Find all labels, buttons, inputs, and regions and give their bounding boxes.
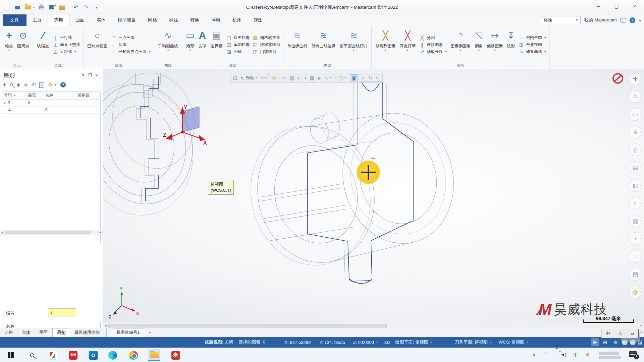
fit-view-icon[interactable]: ◎ — [629, 143, 642, 156]
select-vector-icon[interactable]: ◑ — [304, 75, 307, 80]
viewport-h-scrollbar[interactable]: ◄ ► — [103, 323, 644, 328]
wireframe-display-icon[interactable]: ◌ — [629, 250, 642, 263]
ribbon-button-偏移图素[interactable]: ↦偏移图素▼ — [485, 27, 505, 62]
ribbon-item-修复曲线[interactable]: ∿修复曲线▼ — [518, 49, 546, 55]
panel-tab-实体[interactable]: 实体 — [17, 328, 35, 337]
ribbon-item-边界轮廓[interactable]: ▢边界轮廓 — [226, 35, 250, 41]
select-range-icon[interactable]: ▢▼ — [338, 75, 347, 80]
tab-视图[interactable]: 视图 — [248, 15, 269, 26]
select-last-icon[interactable]: ↖▼ — [324, 75, 332, 80]
material-display-icon[interactable]: ◍ — [629, 286, 642, 298]
ribbon-button-修剪到图素[interactable]: ╳修剪到图素▼ — [373, 27, 397, 62]
pin-icon[interactable] — [87, 73, 93, 77]
select-arrow-icon[interactable]: ↖ — [282, 75, 287, 80]
ribbon-item-栅格转矢量[interactable]: ▦栅格转矢量 — [252, 35, 280, 41]
gview-top-icon[interactable]: ⊕ — [591, 338, 599, 346]
scroll-left-icon[interactable]: ◄ — [103, 324, 108, 327]
layers-stack-gray-icon[interactable]: ◈ — [24, 82, 28, 87]
number-input[interactable]: 3 — [48, 308, 76, 316]
ribbon-item-连接图素[interactable]: ∦连接图素 — [419, 42, 447, 48]
ribbon-button-圆周点[interactable]: ⊙圆周点 — [15, 27, 31, 62]
tab-网格[interactable]: 网格 — [142, 15, 163, 26]
panel-tab-最近使用功能[interactable]: 最近使用功能 — [70, 328, 104, 337]
scrollbar-thumb[interactable] — [108, 324, 387, 327]
ribbon-item-分割[interactable]: ╳分割 — [419, 35, 447, 41]
youdao-app-icon[interactable]: 有道 — [67, 349, 79, 361]
column-header-高亮[interactable]: 高亮 — [26, 92, 44, 99]
mastercam-app-icon[interactable]: 米 — [170, 349, 182, 361]
ribbon-item-凹槽[interactable]: ◪凹槽 — [226, 49, 250, 55]
ribbon-item-垂直正交线[interactable]: ⊥垂直正交线 — [52, 42, 80, 48]
scrollbar-thumb[interactable] — [5, 231, 91, 234]
redo-icon[interactable]: ↷ — [83, 3, 90, 11]
ribbon-item-封闭全圆[interactable]: ◌封闭全圆▼ — [518, 35, 546, 41]
explorer-app-icon[interactable] — [148, 349, 160, 361]
project-manager-icon[interactable] — [58, 3, 66, 11]
ribbon-item-门状图形[interactable]: ◫门状图形 — [252, 49, 280, 55]
ribbon-item-已知边界点画圆[interactable]: ◌已知边界点画圆▼ — [111, 49, 151, 55]
tab-文件[interactable]: 文件 — [3, 14, 26, 26]
add-layer-icon[interactable]: + — [3, 82, 6, 88]
tab-机床[interactable]: 机床 — [226, 15, 248, 26]
capture-app-icon[interactable] — [46, 349, 58, 361]
tab-模型准备[interactable]: 模型准备 — [112, 15, 142, 26]
panel-h-scrollbar[interactable]: ◄ ► — [0, 230, 103, 235]
ribbon-button-图素倒圆角[interactable]: ◝图素倒圆角▼ — [448, 27, 473, 62]
shading-icon[interactable]: ◑ — [629, 232, 642, 245]
lock-icon[interactable]: ⊡ — [233, 75, 237, 80]
tab-主页[interactable]: 主页 — [26, 15, 48, 26]
save-icon[interactable] — [14, 3, 21, 11]
top-view-icon[interactable]: ▤ — [629, 161, 642, 174]
tab-曲面[interactable]: 曲面 — [69, 15, 91, 26]
save-as-icon[interactable] — [48, 3, 55, 11]
tab-浮雕[interactable]: 浮雕 — [205, 15, 226, 26]
origin-snap-icon[interactable]: ◎ — [272, 75, 276, 80]
search-button[interactable] — [26, 349, 38, 361]
view-sheet-tab[interactable]: 视图单编号1 — [111, 328, 145, 337]
table-row[interactable]: ✓3X — [2, 100, 100, 107]
ribbon-button-按平面曲线切片[interactable]: ≋按平面曲线切片▼ — [337, 27, 370, 62]
grid-icon[interactable]: ▦ — [629, 215, 642, 227]
ime-expand-icon[interactable]: ▷ — [640, 330, 643, 334]
ribbon-button-手动画曲线[interactable]: ∿手动画曲线▼ — [156, 27, 180, 62]
ribbon-button-两点打断[interactable]: ╳两点打断▼ — [397, 27, 418, 62]
help-icon[interactable]: ? — [60, 82, 66, 87]
edge-app-icon[interactable] — [107, 349, 119, 361]
cursor-select-icon[interactable]: ↖光标▼ — [240, 75, 258, 80]
select-window-icon[interactable]: ▦ — [290, 75, 294, 80]
zoom-window-icon[interactable]: ▭ — [629, 108, 642, 121]
ribbon-button-绘点[interactable]: +绘点▼ — [3, 27, 15, 62]
search-icon[interactable] — [10, 82, 13, 87]
feedback-icon[interactable] — [620, 18, 626, 22]
undo-icon[interactable]: ↶ — [72, 3, 79, 11]
ribbon-item-平行线[interactable]: ∥平行线 — [52, 35, 80, 41]
ribbon-item-近距线[interactable]: ∠近距线▼ — [52, 49, 80, 55]
print-icon[interactable] — [38, 3, 45, 11]
multi-select-icon[interactable]: ↖ — [376, 75, 380, 80]
scroll-right-icon[interactable]: ► — [98, 231, 103, 234]
close-icon[interactable]: × — [93, 72, 100, 78]
ime-mode-icon[interactable]: 中 — [573, 352, 578, 358]
tab-实体[interactable]: 实体 — [91, 15, 112, 26]
gview-front-icon[interactable]: ⊕ — [601, 338, 609, 346]
ime-switch-icon[interactable]: ⇄ — [631, 331, 634, 336]
xyz-entry-icon[interactable]: x,y,z — [261, 76, 269, 79]
ribbon-item-三点画弧[interactable]: ◠三点画弧 — [111, 35, 151, 41]
collapse-ribbon-icon[interactable]: ∧ — [639, 18, 641, 22]
panel-tab-平面[interactable]: 平面 — [35, 328, 52, 337]
rotate-view-icon[interactable]: ↻ — [629, 90, 642, 103]
help-icon[interactable]: ? — [630, 17, 635, 23]
outlook-app-icon[interactable]: O — [87, 349, 99, 361]
add-view-tab[interactable]: + — [145, 328, 155, 337]
graphics-viewport[interactable]: Y X Z Y X Z ⊡↖光标▼x,y,z◎↖▦◐◑▩◈↖▼▢▼▣✓↻↖ 俯视… — [103, 69, 644, 328]
ribbon-item-切弧[interactable]: ◟切弧 — [111, 42, 151, 48]
preset-dropdown[interactable]: 标准 ▼ — [541, 16, 581, 24]
my-mastercam-link[interactable]: 我的 Mastercam — [584, 17, 617, 23]
open-folder-icon[interactable] — [24, 3, 32, 11]
new-file-icon[interactable] — [3, 3, 11, 11]
ribbon-button-倒角[interactable]: ◹倒角▼ — [473, 27, 485, 62]
ribbon-button-投影[interactable]: ↧投影 — [505, 27, 517, 62]
panel-tab-刀路[interactable]: 刀路 — [0, 328, 17, 337]
column-header-名称[interactable]: 名称 — [44, 92, 76, 99]
select-polygon-icon[interactable]: ◐ — [298, 75, 301, 80]
